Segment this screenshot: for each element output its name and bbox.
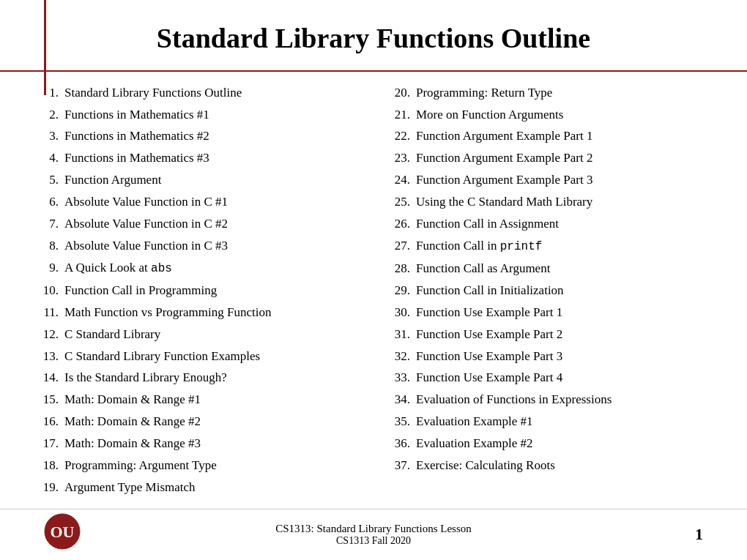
list-item: 8.Absolute Value Function in C #3: [37, 238, 359, 255]
svg-text:OU: OU: [51, 523, 75, 541]
item-label: Function Call in Programming: [64, 283, 217, 299]
item-code: abs: [151, 262, 172, 275]
item-label: Function Use Example Part 1: [416, 305, 562, 321]
list-item: 30.Function Use Example Part 1: [388, 305, 710, 321]
item-label: Exercise: Calculating Roots: [416, 458, 555, 474]
item-label: Math Function vs Programming Function: [64, 305, 271, 321]
item-label: More on Function Arguments: [416, 107, 563, 124]
item-number: 33.: [388, 370, 416, 387]
item-label: Evaluation of Functions in Expressions: [416, 392, 612, 408]
list-item: 31.Function Use Example Part 2: [388, 326, 710, 343]
item-number: 34.: [388, 392, 416, 408]
item-label: Function Argument Example Part 1: [416, 128, 592, 145]
item-number: 9.: [37, 260, 64, 277]
title-area: Standard Library Functions Outline: [0, 0, 747, 72]
left-column: 1.Standard Library Functions Outline2.Fu…: [37, 85, 359, 501]
item-label: Evaluation Example #2: [416, 436, 533, 452]
list-item: 10.Function Call in Programming: [37, 283, 359, 299]
item-label: Argument Type Mismatch: [64, 479, 196, 496]
item-number: 25.: [388, 194, 416, 211]
item-label: Function Call in Initialization: [416, 283, 564, 299]
list-item: 24.Function Argument Example Part 3: [388, 172, 710, 189]
list-item: 14.Is the Standard Library Enough?: [37, 370, 359, 387]
item-label: Functions in Mathematics #3: [64, 150, 209, 167]
item-label: Math: Domain & Range #1: [64, 392, 201, 408]
item-number: 27.: [388, 238, 416, 255]
item-label: Functions in Mathematics #1: [64, 107, 209, 124]
item-label: Functions in Mathematics #2: [64, 128, 209, 145]
item-number: 8.: [37, 238, 64, 255]
item-number: 2.: [37, 107, 64, 124]
item-label: Standard Library Functions Outline: [64, 85, 242, 102]
item-label: Evaluation Example #1: [416, 414, 533, 430]
item-number: 21.: [388, 107, 416, 124]
item-label: C Standard Library: [64, 326, 160, 343]
list-item: 32.Function Use Example Part 3: [388, 348, 710, 365]
list-item: 34.Evaluation of Functions in Expression…: [388, 392, 710, 408]
item-number: 23.: [388, 150, 416, 167]
item-label: Math: Domain & Range #2: [64, 414, 201, 430]
slide-title: Standard Library Functions Outline: [44, 22, 703, 56]
item-number: 14.: [37, 370, 64, 387]
footer-text-block: CS1313: Standard Library Functions Lesso…: [275, 523, 471, 547]
list-item: 22.Function Argument Example Part 1: [388, 128, 710, 145]
content-area: 1.Standard Library Functions Outline2.Fu…: [0, 85, 747, 501]
item-label: Absolute Value Function in C #1: [64, 194, 228, 211]
item-number: 7.: [37, 216, 64, 233]
right-column: 20.Programming: Return Type21.More on Fu…: [388, 85, 710, 501]
item-label: Function Use Example Part 2: [416, 326, 562, 343]
item-label: Function Argument Example Part 3: [416, 172, 592, 189]
list-item: 25.Using the C Standard Math Library: [388, 194, 710, 211]
item-number: 18.: [37, 458, 64, 474]
list-item: 15.Math: Domain & Range #1: [37, 392, 359, 408]
item-number: 28.: [388, 261, 416, 277]
slide: Standard Library Functions Outline 1.Sta…: [0, 0, 747, 560]
list-item: 20.Programming: Return Type: [388, 85, 710, 102]
footer-line1: CS1313: Standard Library Functions Lesso…: [275, 523, 471, 535]
list-item: 4.Functions in Mathematics #3: [37, 150, 359, 167]
item-number: 11.: [37, 305, 64, 321]
item-number: 19.: [37, 479, 64, 496]
item-number: 22.: [388, 128, 416, 145]
footer: OU CS1313: Standard Library Functions Le…: [0, 509, 747, 560]
list-item: 29.Function Call in Initialization: [388, 283, 710, 299]
item-number: 6.: [37, 194, 64, 211]
item-number: 13.: [37, 348, 64, 365]
item-number: 15.: [37, 392, 64, 408]
list-item: 13.C Standard Library Function Examples: [37, 348, 359, 365]
item-label: Function Use Example Part 3: [416, 348, 562, 365]
item-number: 30.: [388, 305, 416, 321]
item-number: 10.: [37, 283, 64, 299]
item-code: printf: [500, 240, 543, 253]
item-number: 17.: [37, 436, 64, 452]
list-item: 5.Function Argument: [37, 172, 359, 189]
item-label: Function Call in Assignment: [416, 216, 559, 233]
list-item: 19.Argument Type Mismatch: [37, 479, 359, 496]
item-number: 35.: [388, 414, 416, 430]
list-item: 27.Function Call in printf: [388, 238, 710, 255]
item-label: A Quick Look at abs: [64, 260, 172, 277]
item-number: 26.: [388, 216, 416, 233]
list-item: 7.Absolute Value Function in C #2: [37, 216, 359, 233]
list-item: 17.Math: Domain & Range #3: [37, 436, 359, 452]
item-label: C Standard Library Function Examples: [64, 348, 260, 365]
item-label: Absolute Value Function in C #3: [64, 238, 228, 255]
item-number: 12.: [37, 326, 64, 343]
item-label: Function Argument: [64, 172, 161, 189]
list-item: 37.Exercise: Calculating Roots: [388, 458, 710, 474]
item-number: 32.: [388, 348, 416, 365]
footer-line2: CS1313 Fall 2020: [275, 535, 471, 547]
item-number: 4.: [37, 150, 64, 167]
list-item: 16.Math: Domain & Range #2: [37, 414, 359, 430]
top-accent-bar: [44, 0, 46, 95]
item-number: 16.: [37, 414, 64, 430]
list-item: 21.More on Function Arguments: [388, 107, 710, 124]
list-item: 6.Absolute Value Function in C #1: [37, 194, 359, 211]
item-number: 1.: [37, 85, 64, 102]
item-number: 29.: [388, 283, 416, 299]
item-number: 31.: [388, 326, 416, 343]
item-label: Programming: Return Type: [416, 85, 552, 102]
item-number: 24.: [388, 172, 416, 189]
item-label: Math: Domain & Range #3: [64, 436, 201, 452]
item-label: Function Call as Argument: [416, 261, 550, 277]
